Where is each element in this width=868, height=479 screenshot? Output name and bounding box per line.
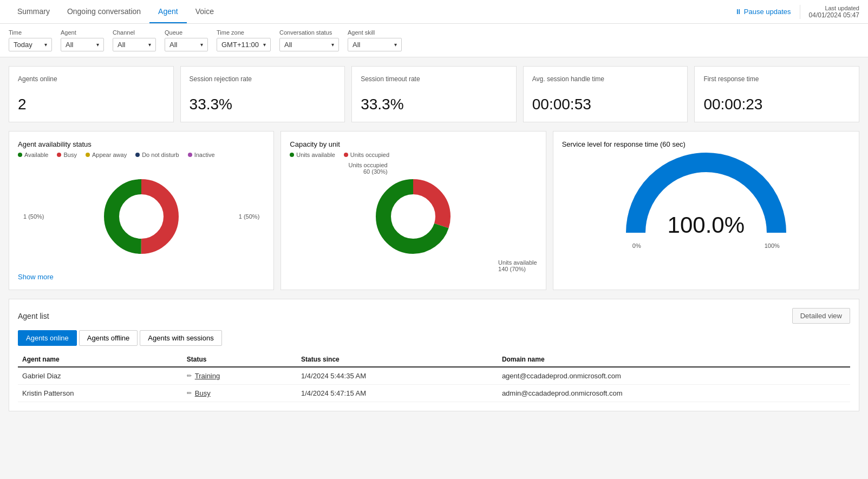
chevron-down-icon: ▾ bbox=[394, 42, 397, 48]
chevron-down-icon: ▾ bbox=[331, 42, 334, 48]
status-since: 1/4/2024 5:47:15 AM bbox=[297, 385, 498, 402]
legend-busy: Busy bbox=[57, 152, 76, 158]
agent-status: ✏ Training bbox=[182, 367, 297, 385]
domain-name: agent@ccadadeprod.onmicrosoft.com bbox=[498, 367, 850, 385]
legend-units-occupied: Units occupied bbox=[344, 152, 389, 158]
filter-conversation-status: Conversation status All ▾ bbox=[279, 29, 339, 51]
col-status-since: Status since bbox=[297, 352, 498, 367]
agent-name: Kristin Patterson bbox=[18, 385, 182, 402]
last-updated: Last updated 04/01/2024 05:47 bbox=[800, 5, 859, 19]
metric-first-response: First response time 00:00:23 bbox=[694, 66, 859, 122]
units-occupied-dot bbox=[344, 153, 348, 157]
filter-time-select[interactable]: Today ▾ bbox=[9, 38, 52, 51]
edit-icon[interactable]: ✏ bbox=[187, 372, 192, 379]
filter-timezone-select[interactable]: GMT+11:00 ▾ bbox=[217, 38, 271, 51]
tab-agents-online[interactable]: Agents online bbox=[18, 330, 77, 346]
inactive-dot bbox=[188, 153, 192, 157]
gauge-container: 100.0% 0% 100% bbox=[625, 152, 787, 254]
filter-agent-skill-select[interactable]: All ▾ bbox=[348, 38, 402, 51]
domain-name: admin@ccadadeprod.onmicrosoft.com bbox=[498, 385, 850, 402]
capacity-legend: Units available Units occupied bbox=[290, 152, 537, 158]
filter-queue: Queue All ▾ bbox=[165, 29, 208, 51]
capacity-donut bbox=[370, 173, 456, 260]
table-row: Gabriel Diaz ✏ Training 1/4/2024 5:44:35… bbox=[18, 367, 850, 385]
nav-right: ⏸ Pause updates Last updated 04/01/2024 … bbox=[735, 5, 859, 19]
busy-dot bbox=[57, 153, 61, 157]
metric-cards: Agents online 2 Session rejection rate 3… bbox=[9, 66, 859, 122]
main-content: Agents online 2 Session rejection rate 3… bbox=[0, 57, 868, 420]
metric-avg-handle: Avg. session handle time 00:00:53 bbox=[523, 66, 688, 122]
filter-channel: Channel All ▾ bbox=[113, 29, 156, 51]
tab-summary[interactable]: Summary bbox=[9, 0, 58, 23]
service-level-card: Service level for response time (60 sec)… bbox=[553, 131, 859, 290]
legend-inactive: Inactive bbox=[188, 152, 215, 158]
legend-units-available: Units available bbox=[290, 152, 335, 158]
filter-agent-select[interactable]: All ▾ bbox=[61, 38, 104, 51]
col-domain: Domain name bbox=[498, 352, 850, 367]
metric-session-timeout: Session timeout rate 33.3% bbox=[351, 66, 517, 122]
filter-agent: Agent All ▾ bbox=[61, 29, 104, 51]
occupied-label: Units occupied60 (30%) bbox=[348, 162, 387, 175]
appear-away-dot bbox=[86, 153, 90, 157]
tab-agents-offline[interactable]: Agents offline bbox=[79, 330, 138, 346]
charts-row: Agent availability status Available Busy… bbox=[9, 131, 859, 290]
filter-timezone: Time zone GMT+11:00 ▾ bbox=[217, 29, 271, 51]
agent-tabs: Agents online Agents offline Agents with… bbox=[18, 330, 850, 346]
nav-tabs: Summary Ongoing conversation Agent Voice bbox=[9, 0, 223, 23]
pause-icon: ⏸ bbox=[735, 8, 742, 16]
tab-agents-with-sessions[interactable]: Agents with sessions bbox=[140, 330, 221, 346]
capacity-card: Capacity by unit Units available Units o… bbox=[280, 131, 546, 290]
col-agent-name: Agent name bbox=[18, 352, 182, 367]
filter-time: Time Today ▾ bbox=[9, 29, 52, 51]
status-since: 1/4/2024 5:44:35 AM bbox=[297, 367, 498, 385]
available-label: Units available140 (70%) bbox=[498, 259, 537, 272]
col-status: Status bbox=[182, 352, 297, 367]
units-available-dot bbox=[290, 153, 294, 157]
metric-agents-online: Agents online 2 bbox=[9, 66, 174, 122]
donut-right-label: 1 (50%) bbox=[239, 213, 260, 220]
agent-status: ✏ Busy bbox=[182, 385, 297, 402]
detailed-view-button[interactable]: Detailed view bbox=[792, 308, 850, 324]
agent-name: Gabriel Diaz bbox=[18, 367, 182, 385]
filters-bar: Time Today ▾ Agent All ▾ Channel All ▾ Q… bbox=[0, 24, 868, 57]
gauge-value: 100.0% bbox=[668, 212, 745, 238]
agent-availability-legend: Available Busy Appear away Do not distur… bbox=[18, 152, 265, 158]
available-dot bbox=[18, 153, 22, 157]
filter-channel-select[interactable]: All ▾ bbox=[113, 38, 156, 51]
chevron-down-icon: ▾ bbox=[96, 42, 99, 48]
do-not-disturb-dot bbox=[135, 153, 140, 157]
gauge-labels: 0% 100% bbox=[625, 242, 787, 249]
agent-list-header: Agent list Detailed view bbox=[18, 308, 850, 324]
chevron-down-icon: ▾ bbox=[263, 42, 266, 48]
agent-table: Agent name Status Status since Domain na… bbox=[18, 352, 850, 402]
tab-agent[interactable]: Agent bbox=[149, 0, 187, 23]
filter-queue-select[interactable]: All ▾ bbox=[165, 38, 208, 51]
donut-left-label: 1 (50%) bbox=[23, 213, 44, 220]
show-more-button[interactable]: Show more bbox=[18, 273, 54, 281]
top-navigation: Summary Ongoing conversation Agent Voice… bbox=[0, 0, 868, 24]
chevron-down-icon: ▾ bbox=[148, 42, 151, 48]
legend-available: Available bbox=[18, 152, 48, 158]
legend-appear-away: Appear away bbox=[86, 152, 127, 158]
table-row: Kristin Patterson ✏ Busy 1/4/2024 5:47:1… bbox=[18, 385, 850, 402]
tab-ongoing[interactable]: Ongoing conversation bbox=[58, 0, 149, 23]
legend-do-not-disturb: Do not disturb bbox=[135, 152, 179, 158]
filter-conversation-status-select[interactable]: All ▾ bbox=[279, 38, 339, 51]
chevron-down-icon: ▾ bbox=[200, 42, 203, 48]
tab-voice[interactable]: Voice bbox=[187, 0, 223, 23]
agent-list-section: Agent list Detailed view Agents online A… bbox=[9, 299, 859, 411]
pause-updates-button[interactable]: ⏸ Pause updates bbox=[735, 8, 791, 16]
agent-availability-card: Agent availability status Available Busy… bbox=[9, 131, 274, 290]
chevron-down-icon: ▾ bbox=[44, 42, 47, 48]
svg-point-5 bbox=[391, 195, 435, 238]
edit-icon[interactable]: ✏ bbox=[187, 390, 192, 397]
agent-availability-donut bbox=[98, 173, 185, 260]
filter-agent-skill: Agent skill All ▾ bbox=[348, 29, 402, 51]
metric-session-rejection: Session rejection rate 33.3% bbox=[180, 66, 345, 122]
svg-point-2 bbox=[120, 195, 163, 238]
